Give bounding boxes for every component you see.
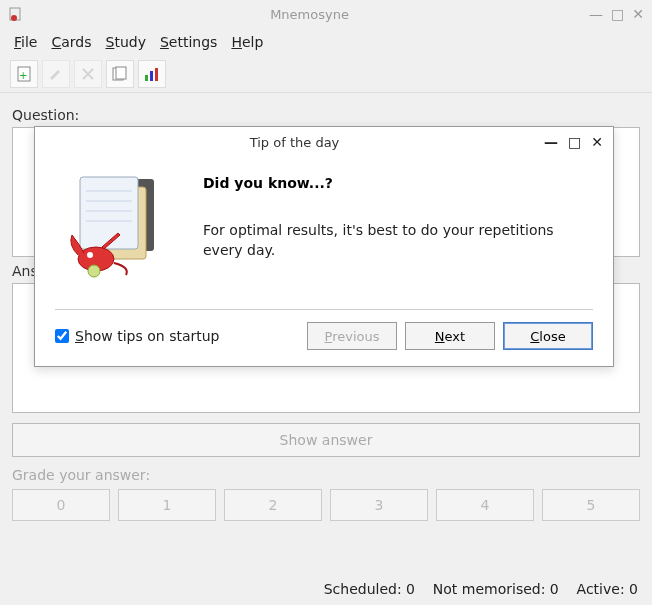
add-card-button[interactable]: + [10,60,38,88]
menu-file[interactable]: File [14,34,37,50]
stats-button[interactable] [138,60,166,88]
show-tips-checkbox[interactable]: Show tips on startup [55,328,220,344]
grade-row: 0 1 2 3 4 5 [12,489,640,521]
show-tips-checkbox-input[interactable] [55,329,69,343]
status-notmem-value: 0 [550,581,559,597]
status-notmem-label: Not memorised: [433,581,546,597]
dialog-maximize-icon[interactable]: □ [568,134,581,150]
toolbar: + [0,56,652,93]
maximize-icon[interactable]: □ [611,6,624,22]
close-icon[interactable]: ✕ [632,6,644,22]
svg-point-17 [87,252,93,258]
tip-dialog: Tip of the day — □ ✕ [34,126,614,367]
svg-rect-5 [116,67,126,79]
browse-button[interactable] [106,60,134,88]
dialog-body: Did you know...? For optimal results, it… [35,157,613,291]
svg-text:+: + [19,70,27,81]
menu-study[interactable]: Study [106,34,146,50]
grade-1-button: 1 [118,489,216,521]
svg-point-1 [11,15,17,21]
dialog-titlebar: Tip of the day — □ ✕ [35,127,613,157]
dialog-tip-text: For optimal results, it's best to do you… [203,221,593,260]
status-scheduled-label: Scheduled: [324,581,402,597]
dialog-heading: Did you know...? [203,175,593,191]
dialog-close-icon[interactable]: ✕ [591,134,603,150]
svg-rect-6 [145,75,148,81]
delete-button [74,60,102,88]
status-scheduled-value: 0 [406,581,415,597]
show-answer-button: Show answer [12,423,640,457]
grade-label: Grade your answer: [12,467,640,483]
app-title: Mnemosyne [30,7,589,22]
titlebar: Mnemosyne — □ ✕ [0,0,652,28]
question-label: Question: [12,107,640,123]
menubar: File Cards Study Settings Help [0,28,652,56]
grade-2-button: 2 [224,489,322,521]
dialog-minimize-icon[interactable]: — [544,134,558,150]
status-active-label: Active: [577,581,625,597]
grade-5-button: 5 [542,489,640,521]
tip-illustration [55,167,185,287]
svg-rect-7 [150,71,153,81]
svg-rect-11 [80,177,138,249]
previous-button: Previous [307,322,397,350]
dialog-footer: Show tips on startup Previous Next Close [35,310,613,366]
menu-cards[interactable]: Cards [51,34,91,50]
menu-settings[interactable]: Settings [160,34,217,50]
next-button[interactable]: Next [405,322,495,350]
app-icon [8,6,24,22]
statusbar: Scheduled: 0 Not memorised: 0 Active: 0 [0,573,652,605]
grade-3-button: 3 [330,489,428,521]
close-button[interactable]: Close [503,322,593,350]
dialog-title: Tip of the day [45,135,544,150]
dialog-text-area: Did you know...? For optimal results, it… [203,167,593,287]
grade-0-button: 0 [12,489,110,521]
svg-rect-8 [155,68,158,81]
status-active-value: 0 [629,581,638,597]
minimize-icon[interactable]: — [589,6,603,22]
grade-4-button: 4 [436,489,534,521]
edit-button [42,60,70,88]
menu-help[interactable]: Help [231,34,263,50]
svg-point-18 [88,265,100,277]
window-controls: — □ ✕ [589,6,644,22]
